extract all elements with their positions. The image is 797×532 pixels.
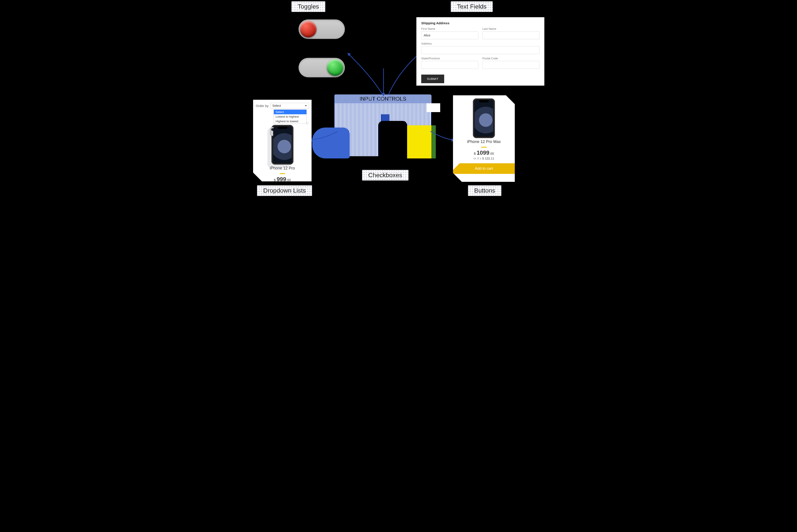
center-graphic	[334, 103, 431, 156]
order-by-select[interactable]: Select	[270, 103, 309, 109]
order-by-selected: Select	[272, 104, 281, 108]
last-name-label: Last Name	[482, 27, 539, 31]
state-input[interactable]	[421, 61, 478, 69]
toggle-on-knob	[327, 59, 344, 76]
arrow-to-buttons	[429, 130, 456, 144]
first-name-input[interactable]	[421, 31, 478, 39]
state-label: State/Province	[421, 57, 478, 60]
add-to-cart-button[interactable]: Add to cart	[453, 163, 515, 174]
order-option-lowest[interactable]: Lowest to highest	[274, 114, 306, 119]
arrow-to-checkboxes-up	[380, 66, 387, 97]
caption-buttons: Buttons	[468, 185, 501, 196]
product-left-title: iPhone 12 Pro	[253, 166, 311, 171]
address-input[interactable]	[421, 46, 539, 54]
center-hub: INPUT CONTROLS	[334, 94, 431, 156]
svg-marker-3	[382, 93, 385, 96]
toggle-off-knob	[300, 21, 317, 38]
postal-label: Postal Code	[482, 57, 539, 60]
product-image-right	[473, 98, 495, 138]
form-heading: Shipping Address	[421, 21, 539, 25]
arrow-to-dropdown	[308, 130, 339, 144]
order-option-highest[interactable]: Highest to lowest	[274, 119, 306, 124]
dropdown-card: Order by Select Select Lowest to highest…	[253, 100, 311, 182]
caption-checkboxes: Checkboxes	[362, 170, 409, 180]
first-name-label: First Name	[421, 27, 478, 31]
product-right-title: iPhone 12 Pro Max	[453, 139, 515, 144]
submit-button[interactable]: SUBMIT	[421, 75, 444, 83]
address-label: Address	[421, 42, 539, 45]
postal-input[interactable]	[482, 61, 539, 69]
order-option-select[interactable]: Select	[274, 110, 306, 114]
caption-text-fields: Text Fields	[451, 1, 493, 12]
favorite-icon[interactable]: ♡	[306, 121, 309, 126]
accent-bar-right	[481, 147, 487, 148]
button-card: iPhone 12 Pro Max $ 1099.00 or 9 x $ 122…	[453, 95, 515, 182]
shipping-form: Shipping Address First Name Last Name Ad…	[416, 17, 544, 86]
product-left-price: $ 999.00	[253, 176, 311, 183]
order-by-options: Select Lowest to highest Highest to lowe…	[273, 110, 307, 124]
order-by-label: Order by	[256, 104, 268, 108]
accent-bar	[280, 173, 285, 174]
caption-dropdown-lists: Dropdown Lists	[257, 185, 312, 196]
toggle-off[interactable]	[299, 19, 345, 39]
product-right-price: $ 1099.00	[453, 149, 515, 156]
caption-toggles: Toggles	[291, 1, 325, 12]
product-image-left	[271, 125, 293, 165]
last-name-input[interactable]	[482, 31, 539, 39]
product-right-alt-price: or 9 x $ 122.11	[453, 157, 515, 160]
toggle-on[interactable]	[299, 58, 345, 77]
